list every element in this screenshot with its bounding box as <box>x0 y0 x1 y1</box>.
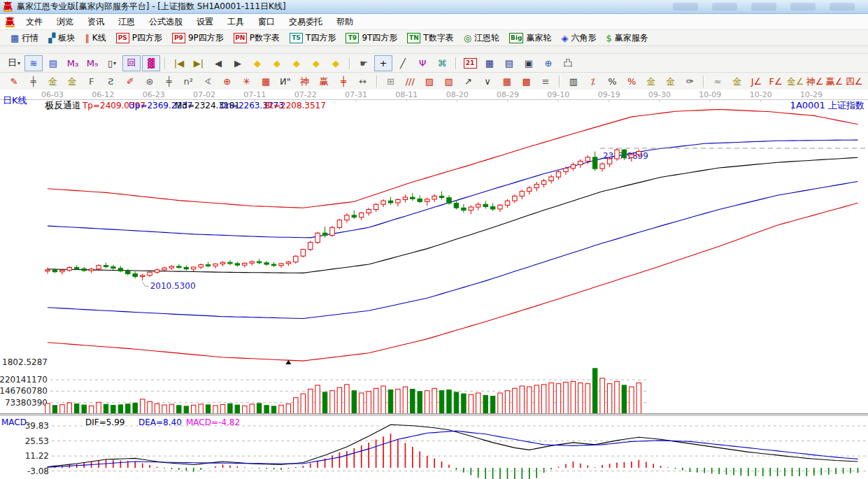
percent-under-button[interactable]: % <box>622 73 641 90</box>
web-data-button[interactable]: ⊕ <box>539 55 557 71</box>
info-panel-button[interactable]: ▤ <box>44 55 62 71</box>
print-button[interactable]: 凸 <box>559 55 577 71</box>
ink-brush-button[interactable]: ✑ <box>681 73 699 90</box>
trend-arrows-button[interactable]: ↗ <box>460 73 478 90</box>
red-grid-2-button[interactable]: ▩ <box>518 73 536 90</box>
expand-both-button[interactable]: ◆ <box>287 55 306 71</box>
zoom-in-button[interactable]: ◆ <box>307 55 325 71</box>
shen-grid-button[interactable]: 神 <box>296 73 314 90</box>
menu-item-file[interactable]: 文件 <box>19 14 50 30</box>
segment-tool-button[interactable]: ╱ <box>394 55 412 71</box>
toolbar-item-winner-service[interactable]: $赢家服务 <box>601 31 653 45</box>
hand-tool-button[interactable]: ☛ <box>355 55 373 71</box>
percent-cut-button[interactable]: ⁒ <box>584 73 602 90</box>
fan-box-button[interactable]: ▨ <box>420 73 439 90</box>
prev-page-button[interactable]: ◀ <box>209 55 227 71</box>
wave-box-button[interactable]: ≈ <box>709 73 727 90</box>
menu-item-trade-order[interactable]: 交易委托 <box>282 14 329 30</box>
zoom-out-button[interactable]: ◆ <box>327 55 345 71</box>
toolbar-item-nine-p-square[interactable]: P99P四方形 <box>167 31 229 45</box>
titlebar-ghost-button-3[interactable] <box>751 3 776 10</box>
titlebar-ghost-button-2[interactable] <box>712 3 737 10</box>
target-circle-button[interactable]: ⊕ <box>218 73 236 90</box>
gold-box-button[interactable]: 金 <box>728 73 746 90</box>
menu-item-settings[interactable]: 设置 <box>190 14 220 30</box>
menu-item-tools[interactable]: 工具 <box>220 14 251 30</box>
menu-item-gann[interactable]: 江恩 <box>111 14 142 30</box>
calendar-21-button[interactable]: 21 <box>461 55 479 71</box>
comb-f-button[interactable]: F <box>83 73 101 90</box>
toolbar-item-kline[interactable]: ∥K线 <box>80 31 111 45</box>
price-chart-canvas[interactable]: 06-0306-1206-2307-0207-1107-2207-3108-11… <box>0 90 868 479</box>
expand-left-button[interactable]: ◆ <box>248 55 266 71</box>
titlebar-ghost-button-1[interactable] <box>673 3 698 10</box>
next-page-button[interactable]: ▶ <box>229 55 247 71</box>
fan-box-2-button[interactable]: ▧ <box>440 73 458 90</box>
angle-gold-button[interactable]: 金∠ <box>786 73 804 90</box>
ying-grid-button[interactable]: 赢 <box>315 73 334 90</box>
toolbar-item-hexagon[interactable]: ◈六角形 <box>556 31 601 45</box>
wave-3-button[interactable]: M₃ <box>64 55 82 71</box>
last-page-button[interactable]: ▶| <box>190 55 208 71</box>
k-quote-button[interactable]: И" <box>276 73 294 90</box>
toolbar-item-p-square[interactable]: PSP四方形 <box>111 31 167 45</box>
gold-circle-button[interactable]: 金 <box>642 73 660 90</box>
expand-right-button[interactable]: ◆ <box>268 55 286 71</box>
ruler-123-button[interactable]: ╪ <box>334 73 353 90</box>
menu-item-news[interactable]: 资讯 <box>80 14 111 30</box>
box-lines-button[interactable]: ⊞ <box>382 73 400 90</box>
cycle-tool-button[interactable]: Ψ <box>413 55 432 71</box>
globe-dial-button[interactable]: ⊛ <box>141 73 159 90</box>
toolbar-item-gann-wheel[interactable]: ◎江恩轮 <box>459 31 504 45</box>
fan-lines-button[interactable]: /// <box>401 73 419 90</box>
notes-button[interactable]: ▤ <box>500 55 518 71</box>
gold-comb-button[interactable]: 金 <box>43 73 62 90</box>
gold-comb-2-button[interactable]: 金 <box>63 73 81 90</box>
brush-chart-button[interactable]: ✐ <box>121 73 139 90</box>
toolbar-item-t-number-table[interactable]: TNT数字表 <box>402 31 458 45</box>
menu-item-window[interactable]: 窗口 <box>251 14 282 30</box>
period-day-button[interactable]: 日▾ <box>5 55 23 71</box>
first-page-button[interactable]: |◀ <box>170 55 188 71</box>
toolbar-item-t-square[interactable]: TST四方形 <box>285 31 341 45</box>
angle-j-button[interactable]: J∠ <box>748 73 766 90</box>
angle-si-button[interactable]: 四∠ <box>845 73 863 90</box>
v-waves-button[interactable]: ∨ <box>478 73 497 90</box>
angle-f-button[interactable]: F∠ <box>767 73 785 90</box>
toolbar-item-nine-t-square[interactable]: T99T四方形 <box>341 31 402 45</box>
comb-ruler-button[interactable]: ╪ <box>24 73 43 90</box>
brush-red-button[interactable]: ✎ <box>5 73 23 90</box>
target-grid-button[interactable]: ▦ <box>257 73 275 90</box>
save-button[interactable]: ▣ <box>520 55 538 71</box>
crosshair-button[interactable]: + <box>374 55 392 71</box>
gann-pattern-button[interactable]: 回 <box>122 55 141 71</box>
volume-profile-button[interactable]: ▓ <box>142 55 160 71</box>
wave-9-button[interactable]: M₉ <box>83 55 101 71</box>
candle-style-button[interactable]: ▯▾ <box>103 55 121 71</box>
pattern-tool-button[interactable]: ⌘ <box>433 55 451 71</box>
spiral-button[interactable]: Ƨ <box>102 73 120 90</box>
calculator-button[interactable]: ▦ <box>481 55 499 71</box>
stats-bars-button[interactable]: ▥ <box>564 73 583 90</box>
mirror-angle-button[interactable]: ∢ <box>199 73 217 90</box>
toolbar-item-quotes[interactable]: ▦行情 <box>6 31 43 45</box>
titlebar-ghost-button-5[interactable] <box>830 3 855 10</box>
percent-button[interactable]: % <box>604 73 622 90</box>
width-measure-button[interactable]: ↔ <box>354 73 372 90</box>
wave-chart-button[interactable]: ≋ <box>24 55 43 71</box>
toolbar-item-sectors[interactable]: ▞板块 <box>43 31 80 45</box>
red-grid-button[interactable]: ▦ <box>498 73 516 90</box>
gold-line-button[interactable]: 金 <box>662 73 680 90</box>
toolbar-item-winner-wheel[interactable]: Big赢家轮 <box>504 31 556 45</box>
toolbar-item-p-number-table[interactable]: PNP数字表 <box>229 31 285 45</box>
target-star-button[interactable]: ✳ <box>238 73 256 90</box>
titlebar-ghost-button-4[interactable] <box>790 3 816 10</box>
comb-plain-button[interactable]: ╪ <box>160 73 178 90</box>
menu-item-browse[interactable]: 浏览 <box>50 14 80 30</box>
menu-item-help[interactable]: 帮助 <box>329 14 360 30</box>
n-squared-button[interactable]: n² <box>179 73 197 90</box>
menu-item-formula-stock-pick[interactable]: 公式选股 <box>142 14 190 30</box>
multi-lines-button[interactable]: ≡ <box>536 73 555 90</box>
angle-ying-button[interactable]: 赢∠ <box>825 73 844 90</box>
chart-area[interactable]: 06-0306-1206-2307-0207-1107-2207-3108-11… <box>0 90 868 479</box>
